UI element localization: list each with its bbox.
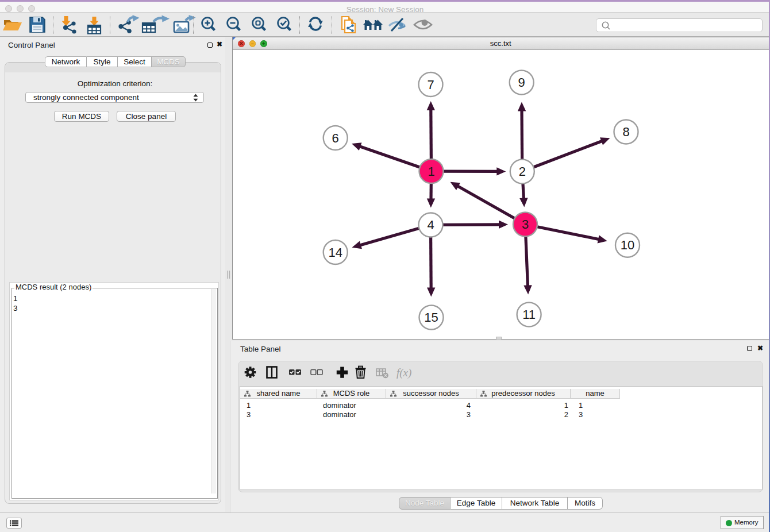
- svg-text:11: 11: [522, 307, 536, 322]
- svg-text:9: 9: [518, 75, 525, 90]
- svg-text:3: 3: [522, 217, 529, 232]
- svg-text:1: 1: [428, 164, 434, 179]
- svg-text:7: 7: [427, 78, 434, 92]
- svg-text:4: 4: [427, 218, 434, 232]
- svg-text:6: 6: [332, 131, 339, 145]
- svg-text:10: 10: [621, 238, 634, 252]
- svg-text:2: 2: [519, 164, 526, 179]
- svg-text:15: 15: [424, 310, 438, 325]
- svg-text:14: 14: [328, 245, 342, 260]
- svg-text:f(x): f(x): [396, 367, 411, 379]
- svg-text:8: 8: [622, 125, 629, 139]
